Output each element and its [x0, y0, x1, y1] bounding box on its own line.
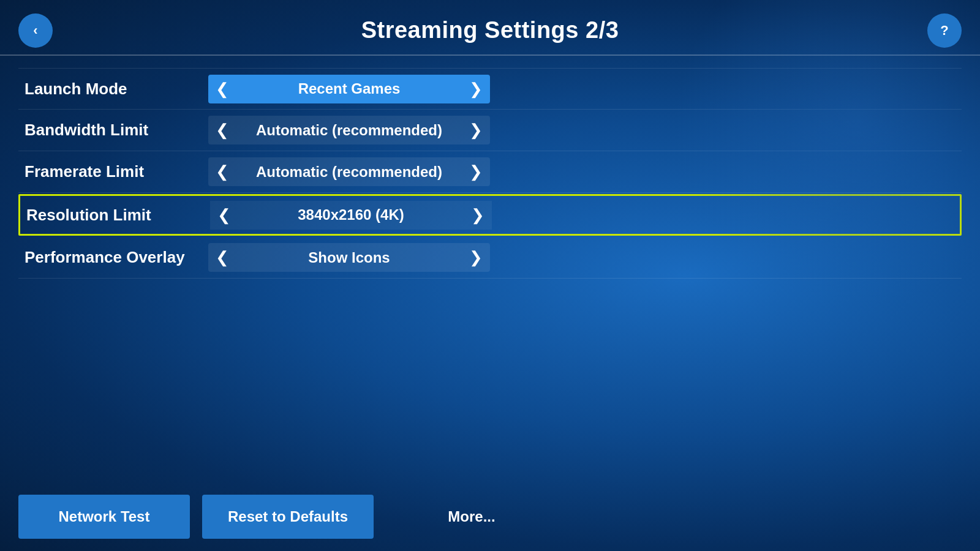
setting-label-bandwidth-limit: Bandwidth Limit: [24, 121, 208, 140]
setting-label-launch-mode: Launch Mode: [24, 80, 208, 99]
setting-value-launch-mode: Recent Games: [236, 80, 462, 97]
header-divider: [0, 54, 980, 56]
setting-right-arrow-launch-mode[interactable]: ❯: [462, 75, 490, 103]
setting-label-performance-overlay: Performance Overlay: [24, 248, 208, 267]
help-icon: ?: [940, 23, 948, 39]
back-button[interactable]: ‹: [18, 13, 53, 48]
setting-left-arrow-performance-overlay[interactable]: ❮: [208, 243, 236, 272]
page-title: Streaming Settings 2/3: [361, 17, 619, 43]
setting-left-arrow-framerate-limit[interactable]: ❮: [208, 157, 236, 186]
setting-value-performance-overlay: Show Icons: [236, 249, 462, 266]
footer: Network Test Reset to Defaults More...: [0, 482, 980, 551]
setting-row-launch-mode: Launch Mode❮Recent Games❯: [18, 68, 962, 110]
setting-value-framerate-limit: Automatic (recommended): [236, 163, 462, 181]
header: ‹ Streaming Settings 2/3 ?: [0, 0, 980, 54]
setting-value-bandwidth-limit: Automatic (recommended): [236, 122, 462, 139]
setting-control-performance-overlay: ❮Show Icons❯: [208, 243, 490, 272]
setting-left-arrow-launch-mode[interactable]: ❮: [208, 75, 236, 103]
help-button[interactable]: ?: [927, 13, 962, 48]
reset-defaults-button[interactable]: Reset to Defaults: [202, 495, 374, 539]
back-icon: ‹: [33, 23, 37, 39]
setting-label-resolution-limit: Resolution Limit: [26, 206, 210, 225]
network-test-button[interactable]: Network Test: [18, 495, 190, 539]
settings-list: Launch Mode❮Recent Games❯Bandwidth Limit…: [0, 62, 980, 279]
setting-row-performance-overlay: Performance Overlay❮Show Icons❯: [18, 237, 962, 279]
setting-right-arrow-framerate-limit[interactable]: ❯: [462, 157, 490, 186]
setting-control-resolution-limit: ❮3840x2160 (4K)❯: [210, 201, 492, 230]
setting-row-bandwidth-limit: Bandwidth Limit❮Automatic (recommended)❯: [18, 110, 962, 151]
setting-control-bandwidth-limit: ❮Automatic (recommended)❯: [208, 116, 490, 144]
setting-value-resolution-limit: 3840x2160 (4K): [238, 206, 464, 223]
setting-right-arrow-resolution-limit[interactable]: ❯: [464, 201, 492, 230]
setting-control-framerate-limit: ❮Automatic (recommended)❯: [208, 157, 490, 186]
setting-left-arrow-bandwidth-limit[interactable]: ❮: [208, 116, 236, 144]
setting-label-framerate-limit: Framerate Limit: [24, 162, 208, 181]
setting-control-launch-mode: ❮Recent Games❯: [208, 75, 490, 103]
more-button[interactable]: More...: [386, 495, 557, 539]
setting-row-framerate-limit: Framerate Limit❮Automatic (recommended)❯: [18, 151, 962, 193]
setting-right-arrow-bandwidth-limit[interactable]: ❯: [462, 116, 490, 144]
setting-left-arrow-resolution-limit[interactable]: ❮: [210, 201, 238, 230]
setting-row-resolution-limit: Resolution Limit❮3840x2160 (4K)❯: [18, 194, 962, 236]
setting-right-arrow-performance-overlay[interactable]: ❯: [462, 243, 490, 272]
